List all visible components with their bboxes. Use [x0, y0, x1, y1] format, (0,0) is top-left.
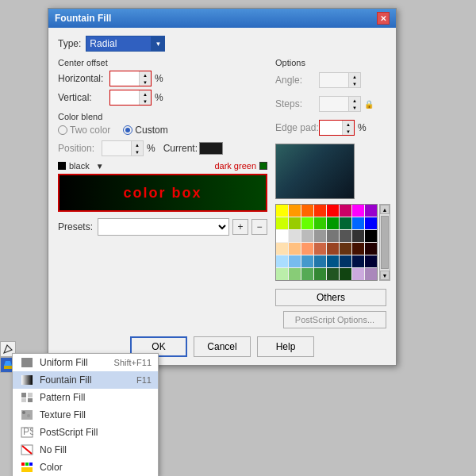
palette-cell[interactable]: [352, 230, 364, 242]
horizontal-input[interactable]: -8: [110, 72, 139, 85]
palette-cell[interactable]: [314, 217, 326, 229]
custom-radio[interactable]: Custom: [123, 125, 167, 136]
palette-cell[interactable]: [314, 268, 326, 280]
palette-cell[interactable]: [365, 230, 377, 242]
horizontal-down-btn[interactable]: ▼: [140, 79, 151, 86]
gradient-box[interactable]: color box: [58, 174, 267, 212]
edge-pad-spinbox[interactable]: 0 ▲ ▼: [319, 120, 355, 136]
vertical-down-btn[interactable]: ▼: [140, 98, 151, 105]
palette-cell[interactable]: [301, 243, 313, 255]
palette-cell[interactable]: [340, 205, 351, 217]
menu-item-pattern-fill[interactable]: Pattern Fill: [13, 389, 158, 406]
vertical-spinbox[interactable]: -9 ▲ ▼: [109, 90, 152, 106]
position-down-btn[interactable]: ▼: [132, 148, 143, 155]
palette-cell[interactable]: [352, 217, 364, 229]
palette-cell[interactable]: [301, 255, 313, 267]
palette-scroll-up[interactable]: ▲: [380, 205, 390, 214]
vertical-up-btn[interactable]: ▲: [140, 90, 151, 98]
palette-cell[interactable]: [276, 217, 288, 229]
position-input[interactable]: 0: [102, 142, 131, 155]
palette-cell[interactable]: [289, 230, 301, 242]
postscript-options-button[interactable]: PostScript Options...: [283, 311, 386, 328]
palette-cell[interactable]: [276, 230, 288, 242]
presets-add-button[interactable]: +: [232, 219, 248, 235]
others-button[interactable]: Others: [275, 289, 386, 306]
presets-select[interactable]: [98, 218, 229, 236]
svg-rect-18: [29, 463, 33, 466]
palette-cell[interactable]: [276, 243, 288, 255]
palette-cell[interactable]: [365, 243, 377, 255]
position-spinbox-btns: ▲ ▼: [131, 141, 143, 155]
palette-cell[interactable]: [289, 255, 301, 267]
menu-item-uniform-fill[interactable]: Uniform Fill Shift+F11: [13, 354, 158, 371]
menu-item-fountain-fill[interactable]: Fountain Fill F11: [13, 371, 158, 389]
palette-scroll-thumb[interactable]: [381, 216, 389, 269]
palette-cell[interactable]: [352, 205, 364, 217]
type-select-wrapper[interactable]: Radial Linear Conical Square ▼: [86, 36, 165, 52]
menu-color-label: Color: [40, 462, 147, 473]
angle-input[interactable]: 0,0: [320, 74, 348, 86]
menu-item-color[interactable]: Color: [13, 459, 158, 476]
palette-cell[interactable]: [289, 243, 301, 255]
position-up-btn[interactable]: ▲: [132, 141, 143, 148]
close-button[interactable]: ✕: [377, 12, 390, 25]
palette-cell[interactable]: [365, 255, 377, 267]
palette-cell[interactable]: [327, 255, 339, 267]
vertical-input[interactable]: -9: [110, 91, 139, 104]
edge-pad-up-btn[interactable]: ▲: [343, 121, 354, 128]
palette-cell[interactable]: [340, 255, 351, 267]
palette-cell[interactable]: [327, 217, 339, 229]
palette-cell[interactable]: [365, 205, 377, 217]
menu-item-no-fill[interactable]: No Fill: [13, 441, 158, 459]
palette-cell[interactable]: [340, 243, 351, 255]
angle-up-btn[interactable]: ▲: [349, 73, 360, 80]
angle-down-btn[interactable]: ▼: [349, 80, 360, 87]
cancel-button[interactable]: Cancel: [194, 336, 251, 357]
palette-cell[interactable]: [314, 230, 326, 242]
color-dropdown-arrow[interactable]: ▼: [96, 162, 104, 171]
horizontal-up-btn[interactable]: ▲: [140, 71, 151, 79]
palette-cell[interactable]: [289, 217, 301, 229]
palette-cell[interactable]: [327, 243, 339, 255]
palette-cell[interactable]: [301, 230, 313, 242]
palette-cell[interactable]: [327, 205, 339, 217]
palette-cell[interactable]: [276, 268, 288, 280]
palette-cell[interactable]: [327, 230, 339, 242]
current-swatch[interactable]: [199, 142, 223, 155]
palette-cell[interactable]: [314, 243, 326, 255]
steps-up-btn[interactable]: ▲: [349, 97, 360, 104]
palette-cell[interactable]: [289, 268, 301, 280]
two-color-radio[interactable]: Two color: [58, 125, 110, 136]
palette-cell[interactable]: [276, 205, 288, 217]
palette-cell[interactable]: [301, 217, 313, 229]
presets-remove-button[interactable]: −: [251, 219, 267, 235]
palette-cell[interactable]: [340, 268, 351, 280]
help-button[interactable]: Help: [257, 336, 314, 357]
edge-pad-down-btn[interactable]: ▼: [343, 128, 354, 135]
horizontal-spinbox[interactable]: -8 ▲ ▼: [109, 71, 152, 86]
palette-cell[interactable]: [301, 268, 313, 280]
palette-cell[interactable]: [314, 205, 326, 217]
palette-scroll-down[interactable]: ▼: [380, 271, 390, 280]
palette-cell[interactable]: [301, 205, 313, 217]
position-spinbox[interactable]: 0 ▲ ▼: [102, 140, 144, 156]
steps-input[interactable]: 256: [320, 98, 348, 110]
edge-pad-input[interactable]: 0: [320, 121, 342, 134]
palette-cell[interactable]: [352, 243, 364, 255]
palette-cell[interactable]: [365, 217, 377, 229]
palette-cell[interactable]: [340, 217, 351, 229]
steps-down-btn[interactable]: ▼: [349, 104, 360, 111]
palette-cell[interactable]: [327, 268, 339, 280]
palette-cell[interactable]: [365, 268, 377, 280]
angle-spinbox[interactable]: 0,0 ▲ ▼: [319, 72, 361, 88]
menu-item-texture-fill[interactable]: Texture Fill: [13, 406, 158, 424]
menu-item-postscript-fill[interactable]: PS PostScript Fill: [13, 424, 158, 441]
palette-cell[interactable]: [352, 268, 364, 280]
palette-cell[interactable]: [276, 255, 288, 267]
palette-cell[interactable]: [340, 230, 351, 242]
steps-spinbox[interactable]: 256 ▲ ▼: [319, 96, 361, 112]
palette-cell[interactable]: [352, 255, 364, 267]
type-select[interactable]: Radial Linear Conical Square: [86, 36, 165, 52]
palette-cell[interactable]: [289, 205, 301, 217]
palette-cell[interactable]: [314, 255, 326, 267]
